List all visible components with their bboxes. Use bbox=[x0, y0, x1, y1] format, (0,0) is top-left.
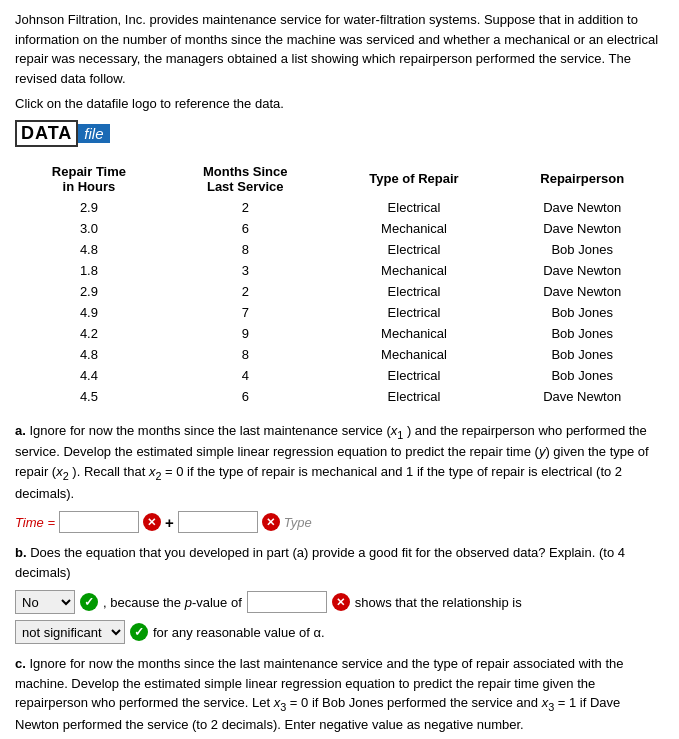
table-row: 3.06MechanicalDave Newton bbox=[15, 218, 664, 239]
table-cell-type: Electrical bbox=[328, 239, 501, 260]
table-cell-months: 2 bbox=[163, 281, 328, 302]
part-a-plus: + bbox=[165, 514, 174, 531]
part-a-equation-row: Time = ✕ + ✕ Type bbox=[15, 511, 664, 533]
table-cell-months: 9 bbox=[163, 323, 328, 344]
table-cell-person: Bob Jones bbox=[500, 302, 664, 323]
table-cell-repair_time: 4.5 bbox=[15, 386, 163, 407]
col-header-months: Months SinceLast Service bbox=[163, 161, 328, 197]
part-b-shows-text: shows that the relationship is bbox=[355, 595, 522, 610]
table-cell-type: Mechanical bbox=[328, 323, 501, 344]
part-b-clear-icon[interactable]: ✕ bbox=[332, 593, 350, 611]
table-row: 4.97ElectricalBob Jones bbox=[15, 302, 664, 323]
table-cell-type: Mechanical bbox=[328, 260, 501, 281]
table-cell-repair_time: 4.9 bbox=[15, 302, 163, 323]
part-b-text: b. Does the equation that you developed … bbox=[15, 543, 664, 582]
part-a-label: a. bbox=[15, 423, 26, 438]
part-b-row2: not significant significant ✓ for any re… bbox=[15, 620, 664, 644]
table-cell-repair_time: 2.9 bbox=[15, 197, 163, 218]
part-a-input2[interactable] bbox=[178, 511, 258, 533]
table-row: 4.88ElectricalBob Jones bbox=[15, 239, 664, 260]
table-cell-months: 2 bbox=[163, 197, 328, 218]
intro-paragraph: Johnson Filtration, Inc. provides mainte… bbox=[15, 10, 664, 88]
table-cell-repair_time: 4.8 bbox=[15, 239, 163, 260]
table-cell-person: Bob Jones bbox=[500, 365, 664, 386]
part-b-select-significance[interactable]: not significant significant bbox=[15, 620, 125, 644]
table-row: 4.88MechanicalBob Jones bbox=[15, 344, 664, 365]
part-b-for-any-text: for any reasonable value of α. bbox=[153, 625, 325, 640]
part-a-text: a. Ignore for now the months since the l… bbox=[15, 421, 664, 504]
table-cell-type: Mechanical bbox=[328, 344, 501, 365]
table-cell-type: Electrical bbox=[328, 281, 501, 302]
table-cell-person: Dave Newton bbox=[500, 260, 664, 281]
part-b-row1: No Yes ✓ , because the p-value of ✕ show… bbox=[15, 590, 664, 614]
table-cell-months: 8 bbox=[163, 344, 328, 365]
table-cell-type: Electrical bbox=[328, 197, 501, 218]
table-cell-type: Electrical bbox=[328, 365, 501, 386]
table-cell-repair_time: 1.8 bbox=[15, 260, 163, 281]
datafile-logo[interactable]: DATA file bbox=[15, 120, 110, 147]
col-header-person: Repairperson bbox=[500, 161, 664, 197]
part-a-clear-icon2[interactable]: ✕ bbox=[262, 513, 280, 531]
col-header-repair-time: Repair Timein Hours bbox=[15, 161, 163, 197]
col-header-type: Type of Repair bbox=[328, 161, 501, 197]
part-b-select-fit[interactable]: No Yes bbox=[15, 590, 75, 614]
table-row: 2.92ElectricalDave Newton bbox=[15, 281, 664, 302]
table-row: 4.29MechanicalBob Jones bbox=[15, 323, 664, 344]
part-a-input1[interactable] bbox=[59, 511, 139, 533]
file-label: file bbox=[78, 124, 109, 143]
table-row: 4.56ElectricalDave Newton bbox=[15, 386, 664, 407]
part-c-label: c. bbox=[15, 656, 26, 671]
table-cell-type: Mechanical bbox=[328, 218, 501, 239]
part-b-label: b. bbox=[15, 545, 27, 560]
table-cell-person: Dave Newton bbox=[500, 386, 664, 407]
table-cell-months: 3 bbox=[163, 260, 328, 281]
part-b-check-icon2: ✓ bbox=[130, 623, 148, 641]
table-cell-person: Dave Newton bbox=[500, 218, 664, 239]
table-cell-type: Electrical bbox=[328, 302, 501, 323]
table-cell-repair_time: 3.0 bbox=[15, 218, 163, 239]
part-b-check-icon1: ✓ bbox=[80, 593, 98, 611]
data-label: DATA bbox=[15, 120, 78, 147]
part-c-section: c. Ignore for now the months since the l… bbox=[15, 654, 664, 739]
table-cell-person: Dave Newton bbox=[500, 197, 664, 218]
part-a-clear-icon1[interactable]: ✕ bbox=[143, 513, 161, 531]
part-a-section: a. Ignore for now the months since the l… bbox=[15, 421, 664, 534]
table-cell-person: Bob Jones bbox=[500, 323, 664, 344]
part-b-pvalue-input[interactable] bbox=[247, 591, 327, 613]
part-a-type-label: Type bbox=[284, 515, 312, 530]
table-cell-person: Bob Jones bbox=[500, 239, 664, 260]
table-cell-repair_time: 4.4 bbox=[15, 365, 163, 386]
table-cell-repair_time: 2.9 bbox=[15, 281, 163, 302]
part-b-because-text: , because the p-value of bbox=[103, 595, 242, 610]
table-row: 2.92ElectricalDave Newton bbox=[15, 197, 664, 218]
part-a-time-label: Time = bbox=[15, 515, 55, 530]
table-cell-months: 7 bbox=[163, 302, 328, 323]
table-cell-type: Electrical bbox=[328, 386, 501, 407]
table-row: 1.83MechanicalDave Newton bbox=[15, 260, 664, 281]
table-cell-person: Bob Jones bbox=[500, 344, 664, 365]
table-row: 4.44ElectricalBob Jones bbox=[15, 365, 664, 386]
table-cell-months: 6 bbox=[163, 386, 328, 407]
table-cell-repair_time: 4.8 bbox=[15, 344, 163, 365]
click-instruction: Click on the datafile logo to reference … bbox=[15, 94, 664, 114]
table-cell-months: 8 bbox=[163, 239, 328, 260]
part-c-text: c. Ignore for now the months since the l… bbox=[15, 654, 664, 734]
table-cell-person: Dave Newton bbox=[500, 281, 664, 302]
part-b-section: b. Does the equation that you developed … bbox=[15, 543, 664, 644]
table-cell-months: 4 bbox=[163, 365, 328, 386]
table-cell-repair_time: 4.2 bbox=[15, 323, 163, 344]
table-cell-months: 6 bbox=[163, 218, 328, 239]
data-table: Repair Timein Hours Months SinceLast Ser… bbox=[15, 161, 664, 407]
